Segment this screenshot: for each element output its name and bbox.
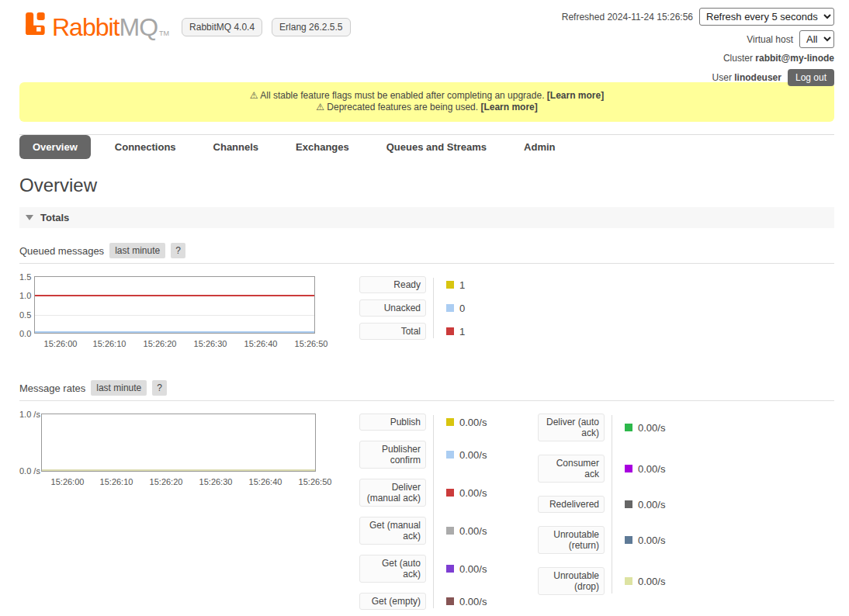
unacked-swatch-icon	[446, 304, 454, 312]
queued-messages-legend: Ready 1 Unacked 0 Total 1	[359, 276, 504, 340]
unroutable-drop-swatch-icon	[625, 577, 632, 585]
x-tick: 15:26:50	[299, 477, 332, 486]
tab-exchanges[interactable]: Exchanges	[282, 135, 362, 159]
legend-total-button[interactable]: Total	[359, 323, 426, 340]
queued-messages-title: Queued messages	[19, 245, 104, 257]
message-rates-chart: 1.0 /s 0.0 /s 15:26:00 15:26:10 15:26:20…	[19, 412, 345, 497]
deprecated-features-warning: ⚠ Deprecated features are being used.	[316, 102, 478, 112]
refreshed-timestamp: Refreshed 2024-11-24 15:26:56	[562, 12, 693, 22]
rates-help-button[interactable]: ?	[152, 380, 167, 396]
tab-admin[interactable]: Admin	[511, 135, 568, 159]
legend-unacked-button[interactable]: Unacked	[359, 299, 426, 317]
get-auto-ack-swatch-icon	[446, 565, 454, 573]
legend-deliver-manual-ack-value: 0.00/s	[426, 487, 511, 499]
legend-publish-value: 0.00/s	[426, 417, 511, 428]
unroutable-return-swatch-icon	[625, 536, 632, 544]
y-tick: 1.5	[19, 272, 31, 282]
legend-unroutable-drop-value: 0.00/s	[605, 576, 690, 587]
message-rates-title: Message rates	[19, 382, 85, 394]
tab-connections[interactable]: Connections	[102, 135, 189, 159]
tab-channels[interactable]: Channels	[200, 135, 272, 159]
rates-range-chip[interactable]: last minute	[91, 380, 147, 396]
deliver-auto-ack-swatch-icon	[625, 424, 632, 431]
total-series-line	[35, 295, 314, 296]
redelivered-swatch-icon	[625, 500, 632, 508]
tab-overview[interactable]: Overview	[19, 135, 91, 159]
legend-deliver-manual-ack-button[interactable]: Deliver (manual ack)	[359, 479, 426, 507]
virtual-host-select[interactable]: All	[799, 30, 834, 48]
user-name: User linodeuser	[712, 72, 781, 83]
x-tick: 15:26:40	[249, 477, 282, 486]
get-manual-ack-swatch-icon	[446, 527, 454, 535]
legend-publisher-confirm-value: 0.00/s	[426, 449, 511, 461]
main-nav-tabs: Overview Connections Channels Exchanges …	[19, 134, 834, 159]
legend-ready-button[interactable]: Ready	[359, 276, 426, 293]
get-empty-swatch-icon	[446, 597, 454, 605]
legend-get-auto-ack-value: 0.00/s	[426, 563, 511, 575]
deliver-manual-ack-swatch-icon	[446, 489, 454, 497]
legend-publish-button[interactable]: Publish	[359, 414, 426, 431]
total-swatch-icon	[446, 327, 454, 335]
consumer-ack-swatch-icon	[625, 465, 632, 472]
legend-deliver-auto-ack-value: 0.00/s	[605, 422, 690, 434]
rabbitmq-logo-icon	[26, 12, 47, 37]
x-tick: 15:26:10	[100, 477, 133, 486]
header: RabbitMQ TM RabbitMQ 4.0.4 Erlang 26.2.5…	[19, 0, 834, 82]
logout-button[interactable]: Log out	[788, 69, 834, 86]
rabbitmq-logo[interactable]: RabbitMQ TM RabbitMQ 4.0.4 Erlang 26.2.5…	[26, 12, 351, 39]
trademark-symbol: TM	[159, 29, 169, 37]
message-rates-chart-row: 1.0 /s 0.0 /s 15:26:00 15:26:10 15:26:20…	[19, 412, 834, 610]
refresh-interval-select[interactable]: Refresh every 5 seconds	[699, 8, 834, 26]
totals-section-header[interactable]: Totals	[19, 207, 834, 228]
message-rates-legend-col2: Deliver (auto ack) 0.00/s Consumer ack 0…	[538, 414, 690, 595]
logo-wordmark: RabbitMQ	[52, 16, 158, 39]
legend-unacked-value: 0	[426, 303, 504, 314]
tab-queues-and-streams[interactable]: Queues and Streams	[373, 135, 500, 159]
x-tick: 15:26:50	[295, 339, 328, 348]
y-tick: 0.5	[19, 310, 31, 320]
x-tick: 15:26:00	[51, 477, 85, 486]
x-tick: 15:26:20	[144, 339, 177, 348]
queued-messages-chart-row: 1.5 1.0 0.5 0.0 15:26:00 15:26:10 15:26:…	[19, 275, 834, 355]
unacked-series-line	[35, 331, 314, 333]
rabbitmq-version-badge: RabbitMQ 4.0.4	[182, 18, 262, 36]
legend-publisher-confirm-button[interactable]: Publisher confirm	[359, 441, 426, 469]
x-tick: 15:26:20	[150, 477, 183, 486]
x-tick: 15:26:00	[44, 339, 78, 348]
queued-messages-chart: 1.5 1.0 0.5 0.0 15:26:00 15:26:10 15:26:…	[19, 275, 345, 355]
x-tick: 15:26:10	[93, 339, 126, 348]
publisher-confirm-swatch-icon	[446, 451, 454, 459]
y-tick: 1.0 /s	[19, 410, 39, 419]
y-tick: 0.0	[19, 329, 31, 338]
x-tick: 15:26:40	[244, 339, 278, 348]
x-tick: 15:26:30	[194, 339, 227, 348]
queued-messages-plot-area	[34, 276, 315, 334]
erlang-version-badge: Erlang 26.2.5.5	[272, 18, 350, 36]
legend-get-manual-ack-button[interactable]: Get (manual ack)	[359, 517, 426, 545]
legend-get-auto-ack-button[interactable]: Get (auto ack)	[359, 555, 426, 583]
queued-help-button[interactable]: ?	[171, 243, 185, 258]
collapse-arrow-icon	[26, 215, 33, 220]
message-rates-legend-col1: Publish 0.00/s Publisher confirm 0.00/s …	[359, 414, 511, 610]
y-tick: 0.0 /s	[19, 466, 39, 476]
legend-unroutable-return-button[interactable]: Unroutable (return)	[538, 526, 605, 554]
queued-range-chip[interactable]: last minute	[109, 243, 165, 258]
ready-swatch-icon	[446, 281, 454, 289]
legend-ready-value: 1	[426, 279, 504, 291]
message-rates-plot-area	[41, 414, 316, 472]
legend-redelivered-button[interactable]: Redelivered	[538, 496, 605, 513]
legend-redelivered-value: 0.00/s	[605, 499, 690, 510]
legend-deliver-auto-ack-button[interactable]: Deliver (auto ack)	[538, 414, 605, 441]
legend-total-value: 1	[426, 326, 504, 337]
legend-unroutable-drop-button[interactable]: Unroutable (drop)	[538, 567, 605, 595]
legend-unroutable-return-value: 0.00/s	[605, 535, 690, 546]
legend-consumer-ack-button[interactable]: Consumer ack	[538, 455, 605, 483]
feature-flags-learn-more-link[interactable]: [Learn more]	[547, 90, 604, 101]
totals-title: Totals	[40, 212, 69, 223]
legend-get-empty-value: 0.00/s	[426, 596, 511, 607]
legend-get-empty-button[interactable]: Get (empty)	[359, 593, 426, 610]
deprecated-learn-more-link[interactable]: [Learn more]	[480, 102, 537, 112]
cluster-name: Cluster rabbit@my-linode	[723, 53, 834, 64]
feature-flags-warning: ⚠ All stable feature flags must be enabl…	[250, 90, 545, 101]
legend-get-manual-ack-value: 0.00/s	[426, 525, 511, 537]
